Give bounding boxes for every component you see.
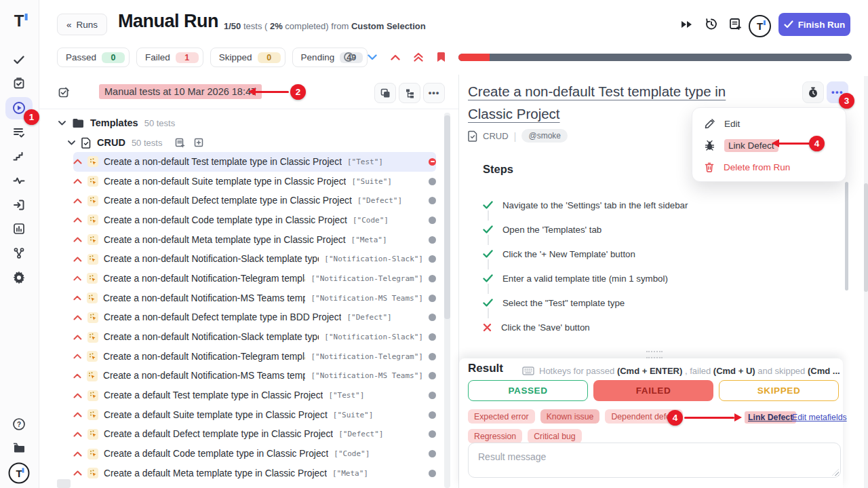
pulse-activity-icon[interactable] [13,174,25,187]
test-tag: ["Notification-Telegram"] [311,274,423,283]
chevron-up-icon[interactable] [391,54,400,60]
manual-test-icon [87,254,98,265]
import-signin-icon[interactable] [13,199,25,211]
test-row[interactable]: Create a non-default Test template type … [73,152,436,172]
panel-drag-handle[interactable] [646,351,663,358]
chevron-down-icon[interactable] [368,54,377,60]
status-dot-pending [429,295,436,302]
manual-test-icon [87,371,98,381]
org-logo-badge[interactable]: T [749,15,771,37]
checkmark-nav-icon[interactable] [13,54,25,66]
test-list-scrollbar-thumb[interactable] [444,115,450,319]
test-row[interactable]: Create a default Meta template type in C… [73,464,436,483]
timer-button[interactable] [802,81,824,103]
edit-metafields-link[interactable]: Edit metafields [792,413,847,422]
tag-badge[interactable]: @smoke [521,129,568,143]
copy-tests-button[interactable] [374,83,396,103]
test-tag: ["Test"] [347,157,383,166]
add-note-to-suite-icon[interactable] [175,138,185,148]
clipboard-check-icon[interactable] [13,77,25,90]
bar-chart-icon[interactable] [13,223,25,235]
tree-node-crud[interactable]: CRUD 50 tests [68,134,203,151]
result-message-input[interactable] [468,443,841,478]
menu-item-delete-from-run[interactable]: Delete from Run [692,156,846,178]
skipped-button[interactable]: SKIPPED [719,380,839,401]
finish-run-button[interactable]: Finish Run [778,13,850,36]
badge-known-issue[interactable]: Known issue [540,409,600,424]
test-row[interactable]: Create a non-default Meta template type … [73,230,436,250]
tree-view-button[interactable] [399,83,420,103]
step-item[interactable]: Navigate to the 'Settings' tab in the le… [483,193,822,217]
badge-expected-error[interactable]: Expected error [468,409,535,424]
runs-play-circle-icon[interactable] [12,101,26,115]
fast-forward-icon[interactable] [680,19,694,30]
test-tag: ["Defect"] [357,196,402,205]
test-row[interactable]: Create a non-default Code template type … [73,210,436,230]
chevron-up-icon [73,432,82,437]
add-test-icon[interactable] [194,138,203,147]
test-row[interactable]: Create a non-default Notification-MS Tea… [73,288,436,308]
step-item[interactable]: Open the 'Templates' tab [483,217,822,242]
link-defect-link[interactable]: Link Defect [745,411,796,424]
filter-chip-passed[interactable]: Passed 0 [57,48,130,67]
annotation-4-arrow-line [778,143,810,145]
test-row[interactable]: Create a non-default Notification-Slack … [73,249,436,269]
filter-chip-failed[interactable]: Failed 1 [136,48,203,67]
test-row[interactable]: Create a default Defect template type in… [73,425,436,445]
circle-status-icon[interactable] [343,52,354,62]
result-heading: Result [468,362,503,375]
step-item[interactable]: Click the '+ New Template' button [483,242,822,266]
test-row[interactable]: Create a non-default Defect template typ… [73,191,436,210]
step-item[interactable]: Select the "Test" template type [483,290,822,315]
retry-timer-icon[interactable] [704,16,719,31]
run-name-label[interactable]: Manual tests at 10 Mar 2026 18:47 [99,84,262,99]
test-row[interactable]: Create a default Suite template type in … [73,405,436,425]
test-row[interactable]: Create a non-default Notification-Telegr… [73,347,436,367]
add-note-icon[interactable] [728,17,743,31]
app-logo[interactable]: T [14,12,24,31]
filter-chip-skipped[interactable]: Skipped 0 [210,48,285,67]
page-title: Manual Run [118,11,218,32]
step-item[interactable]: Click the 'Save' button [483,315,822,339]
branch-icon[interactable] [13,247,25,259]
test-row[interactable]: Create a non-default Defect template typ… [73,308,436,328]
status-dot-pending [429,333,436,341]
projects-folder-icon[interactable] [12,443,26,454]
badge-regression[interactable]: Regression [468,429,522,443]
select-tests-icon[interactable] [58,87,70,98]
back-to-runs-button[interactable]: « Runs [57,14,107,35]
chevron-up-icon [73,470,82,476]
badge-critical-bug[interactable]: Critical bug [528,429,582,443]
suite-breadcrumb[interactable]: CRUD [483,131,509,141]
test-row[interactable]: Create a non-default Suite template type… [73,172,436,191]
list-check-icon[interactable] [13,126,25,138]
panel-more-button[interactable]: ••• [423,83,445,103]
menu-item-edit[interactable]: Edit [692,113,846,134]
step-passed-icon [483,225,493,233]
user-avatar[interactable]: T [9,463,30,484]
status-dot-pending [429,411,436,419]
test-tag: ["Code"] [334,449,370,458]
test-row[interactable]: Create a non-default Notification-Slack … [73,327,436,347]
status-dot-pending [429,217,436,224]
step-item[interactable]: Enter a valid template title (min 1 symb… [483,266,822,290]
passed-button[interactable]: PASSED [468,380,588,401]
status-dot-pending [429,178,436,185]
double-chevron-up-icon[interactable] [414,52,423,62]
steps-stairs-icon[interactable] [13,151,25,163]
test-row[interactable]: Create a default Code template type in C… [73,444,436,464]
trash-icon [705,162,714,172]
stopwatch-icon [808,87,818,98]
bookmark-flag-icon[interactable] [437,52,446,62]
test-row[interactable]: Create a non-default Notification-MS Tea… [73,367,436,386]
settings-gear-icon[interactable] [13,271,26,284]
annotation-5-circle: 4 [667,410,683,426]
test-row[interactable]: Create a default Test template type in C… [73,386,436,405]
steps-scrollbar-thumb[interactable] [845,182,848,290]
test-row[interactable]: Create a non-default Notification-Telegr… [73,269,436,288]
failed-button[interactable]: FAILED [593,380,713,401]
tree-node-templates[interactable]: Templates 50 tests [58,114,175,132]
help-icon[interactable]: ? [13,418,26,431]
page-scrollbar-thumb[interactable] [864,183,868,292]
test-tag: ["Test"] [328,391,364,400]
